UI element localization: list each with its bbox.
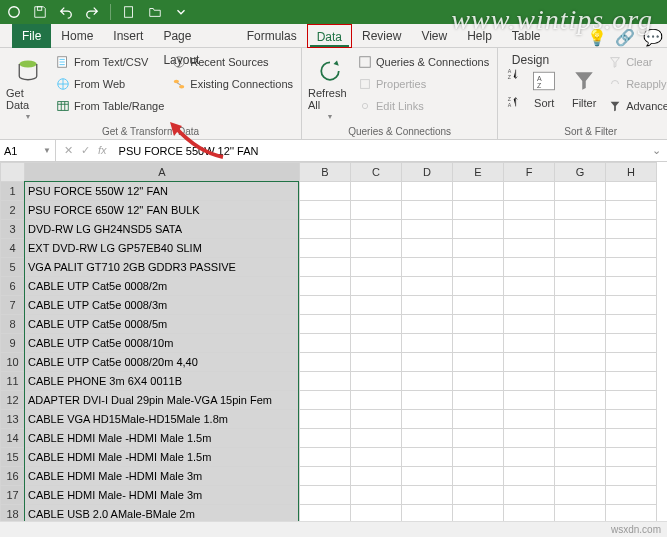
cell[interactable]: [453, 239, 504, 258]
cell[interactable]: [504, 315, 555, 334]
queries-connections-button[interactable]: Queries & Connections: [356, 52, 491, 72]
cell[interactable]: [300, 220, 351, 239]
formula-input[interactable]: [115, 145, 646, 157]
cell[interactable]: CABLE UTP Cat5e 0008/2m: [25, 277, 300, 296]
reapply-button[interactable]: Reapply: [606, 74, 667, 94]
cell[interactable]: [402, 448, 453, 467]
cell[interactable]: [606, 429, 657, 448]
cell[interactable]: [453, 467, 504, 486]
tab-view[interactable]: View: [411, 24, 457, 48]
advanced-button[interactable]: Advanced: [606, 96, 667, 116]
cell[interactable]: [453, 315, 504, 334]
cell[interactable]: [606, 486, 657, 505]
cell[interactable]: [504, 486, 555, 505]
tab-home[interactable]: Home: [51, 24, 103, 48]
cell[interactable]: [453, 391, 504, 410]
cell[interactable]: [351, 258, 402, 277]
cell[interactable]: [453, 277, 504, 296]
cell[interactable]: CABLE USB 2.0 AMale-BMale 2m: [25, 505, 300, 522]
cell[interactable]: [453, 296, 504, 315]
cell[interactable]: CABLE UTP Cat5e 0008/10m: [25, 334, 300, 353]
cell[interactable]: CABLE UTP Cat5e 0008/5m: [25, 315, 300, 334]
from-text-csv-button[interactable]: From Text/CSV: [54, 52, 166, 72]
cell[interactable]: [504, 277, 555, 296]
cell[interactable]: [351, 448, 402, 467]
cell[interactable]: [351, 315, 402, 334]
row-header[interactable]: 17: [1, 486, 25, 505]
cell[interactable]: [402, 391, 453, 410]
cell[interactable]: [300, 372, 351, 391]
cell[interactable]: CABLE HDMI Male- HDMI Male 3m: [25, 486, 300, 505]
row-header[interactable]: 9: [1, 334, 25, 353]
cell[interactable]: [606, 315, 657, 334]
get-data-button[interactable]: Get Data ▼: [6, 52, 50, 124]
cell[interactable]: [555, 353, 606, 372]
new-icon[interactable]: [121, 4, 137, 20]
cell[interactable]: EXT DVD-RW LG GP57EB40 SLIM: [25, 239, 300, 258]
cell[interactable]: [300, 505, 351, 522]
comments-icon[interactable]: 💬: [643, 28, 659, 44]
filter-button[interactable]: Filter: [566, 52, 602, 124]
cell[interactable]: [351, 467, 402, 486]
cell[interactable]: CABLE VGA HD15Male-HD15Male 1.8m: [25, 410, 300, 429]
cell[interactable]: [453, 334, 504, 353]
cell[interactable]: [504, 429, 555, 448]
properties-button[interactable]: Properties: [356, 74, 491, 94]
cell[interactable]: [402, 277, 453, 296]
cell[interactable]: [453, 448, 504, 467]
save-icon[interactable]: [32, 4, 48, 20]
row-header[interactable]: 4: [1, 239, 25, 258]
row-header[interactable]: 5: [1, 258, 25, 277]
cancel-icon[interactable]: ✕: [64, 144, 73, 157]
row-header[interactable]: 3: [1, 220, 25, 239]
cell[interactable]: [300, 182, 351, 201]
cell[interactable]: [555, 182, 606, 201]
cell[interactable]: [402, 410, 453, 429]
cell[interactable]: [555, 410, 606, 429]
cell[interactable]: [402, 334, 453, 353]
autosave-icon[interactable]: [6, 4, 22, 20]
select-all-corner[interactable]: [1, 163, 25, 182]
cell[interactable]: [300, 334, 351, 353]
cell[interactable]: [606, 410, 657, 429]
cell[interactable]: [555, 239, 606, 258]
cell[interactable]: [300, 486, 351, 505]
cell[interactable]: [300, 410, 351, 429]
refresh-all-button[interactable]: Refresh All ▼: [308, 52, 352, 124]
cell[interactable]: [402, 353, 453, 372]
cell[interactable]: [504, 296, 555, 315]
row-header[interactable]: 16: [1, 467, 25, 486]
cell[interactable]: [453, 429, 504, 448]
cell[interactable]: [351, 429, 402, 448]
row-header[interactable]: 18: [1, 505, 25, 522]
tab-page-layout[interactable]: Page Layout: [153, 24, 236, 48]
cell[interactable]: [453, 353, 504, 372]
cell[interactable]: PSU FORCE 550W 12'' FAN: [25, 182, 300, 201]
tab-review[interactable]: Review: [352, 24, 411, 48]
row-header[interactable]: 1: [1, 182, 25, 201]
column-header[interactable]: D: [402, 163, 453, 182]
column-header[interactable]: A: [25, 163, 300, 182]
cell[interactable]: [351, 372, 402, 391]
cell[interactable]: [351, 182, 402, 201]
row-header[interactable]: 11: [1, 372, 25, 391]
cell[interactable]: [402, 220, 453, 239]
enter-icon[interactable]: ✓: [81, 144, 90, 157]
cell[interactable]: [453, 182, 504, 201]
cell[interactable]: [300, 201, 351, 220]
cell[interactable]: [606, 353, 657, 372]
cell[interactable]: [504, 467, 555, 486]
tab-data[interactable]: Data: [307, 24, 352, 48]
from-table-range-button[interactable]: From Table/Range: [54, 96, 166, 116]
cell[interactable]: [555, 429, 606, 448]
tell-me-icon[interactable]: 💡: [587, 28, 603, 44]
cell[interactable]: [300, 429, 351, 448]
column-header[interactable]: C: [351, 163, 402, 182]
cell[interactable]: [402, 315, 453, 334]
edit-links-button[interactable]: Edit Links: [356, 96, 491, 116]
undo-icon[interactable]: [58, 4, 74, 20]
cell[interactable]: [606, 372, 657, 391]
cell[interactable]: [555, 391, 606, 410]
cell[interactable]: [351, 239, 402, 258]
cell[interactable]: [300, 239, 351, 258]
